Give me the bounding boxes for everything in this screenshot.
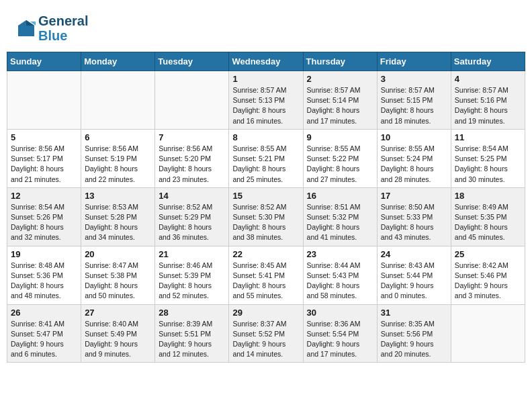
day-info: Sunrise: 8:43 AMSunset: 5:44 PMDaylight:…: [381, 261, 447, 302]
calendar-cell: 3Sunrise: 8:57 AMSunset: 5:15 PMDaylight…: [377, 71, 451, 130]
day-info: Sunrise: 8:52 AMSunset: 5:30 PMDaylight:…: [232, 202, 299, 243]
day-info: Sunrise: 8:54 AMSunset: 5:25 PMDaylight:…: [455, 144, 521, 185]
day-number: 17: [381, 191, 447, 201]
day-number: 15: [232, 191, 299, 201]
day-info: Sunrise: 8:44 AMSunset: 5:43 PMDaylight:…: [307, 261, 373, 302]
calendar-cell: 29Sunrise: 8:37 AMSunset: 5:52 PMDayligh…: [229, 304, 303, 363]
day-number: 26: [11, 308, 77, 318]
calendar-week-row: 1Sunrise: 8:57 AMSunset: 5:13 PMDaylight…: [7, 71, 525, 130]
calendar-cell: 19Sunrise: 8:48 AMSunset: 5:36 PMDayligh…: [7, 246, 81, 304]
calendar-cell: 1Sunrise: 8:57 AMSunset: 5:13 PMDaylight…: [229, 71, 303, 130]
calendar-cell: 8Sunrise: 8:55 AMSunset: 5:21 PMDaylight…: [229, 129, 303, 187]
calendar-cell: 15Sunrise: 8:52 AMSunset: 5:30 PMDayligh…: [229, 187, 303, 246]
day-info: Sunrise: 8:56 AMSunset: 5:20 PMDaylight:…: [159, 144, 225, 185]
day-info: Sunrise: 8:50 AMSunset: 5:33 PMDaylight:…: [381, 202, 447, 243]
day-info: Sunrise: 8:57 AMSunset: 5:13 PMDaylight:…: [232, 85, 299, 126]
calendar-cell: 25Sunrise: 8:42 AMSunset: 5:46 PMDayligh…: [451, 246, 525, 304]
calendar-cell: 12Sunrise: 8:54 AMSunset: 5:26 PMDayligh…: [7, 187, 81, 246]
day-info: Sunrise: 8:56 AMSunset: 5:19 PMDaylight:…: [85, 144, 151, 185]
day-info: Sunrise: 8:40 AMSunset: 5:49 PMDaylight:…: [85, 319, 151, 360]
calendar-cell: 11Sunrise: 8:54 AMSunset: 5:25 PMDayligh…: [451, 129, 525, 187]
calendar-cell: 4Sunrise: 8:57 AMSunset: 5:16 PMDaylight…: [451, 71, 525, 130]
logo-line1: General: [38, 13, 88, 28]
day-number: 20: [85, 249, 151, 259]
day-info: Sunrise: 8:52 AMSunset: 5:29 PMDaylight:…: [159, 202, 225, 243]
calendar-cell: 2Sunrise: 8:57 AMSunset: 5:14 PMDaylight…: [303, 71, 377, 130]
day-number: 7: [159, 132, 225, 142]
calendar-cell: 10Sunrise: 8:55 AMSunset: 5:24 PMDayligh…: [377, 129, 451, 187]
calendar-cell: [81, 71, 155, 130]
day-info: Sunrise: 8:53 AMSunset: 5:28 PMDaylight:…: [85, 202, 151, 243]
day-info: Sunrise: 8:56 AMSunset: 5:17 PMDaylight:…: [11, 144, 77, 185]
logo: General Blue: [17, 13, 88, 43]
calendar-table: SundayMondayTuesdayWednesdayThursdayFrid…: [7, 52, 525, 363]
calendar-cell: 26Sunrise: 8:41 AMSunset: 5:47 PMDayligh…: [7, 304, 81, 363]
day-number: 23: [307, 249, 373, 259]
logo-line2: Blue: [38, 28, 88, 43]
calendar-cell: 20Sunrise: 8:47 AMSunset: 5:38 PMDayligh…: [81, 246, 155, 304]
calendar-week-row: 19Sunrise: 8:48 AMSunset: 5:36 PMDayligh…: [7, 246, 525, 304]
day-info: Sunrise: 8:49 AMSunset: 5:35 PMDaylight:…: [455, 202, 521, 243]
calendar-header-row: SundayMondayTuesdayWednesdayThursdayFrid…: [7, 52, 525, 71]
day-number: 3: [381, 74, 447, 84]
day-number: 4: [455, 74, 521, 84]
calendar-cell: 22Sunrise: 8:45 AMSunset: 5:41 PMDayligh…: [229, 246, 303, 304]
calendar-cell: 7Sunrise: 8:56 AMSunset: 5:20 PMDaylight…: [155, 129, 229, 187]
day-number: 13: [85, 191, 151, 201]
calendar-cell: [7, 71, 81, 130]
calendar-cell: [155, 71, 229, 130]
col-header-tuesday: Tuesday: [155, 52, 229, 71]
day-info: Sunrise: 8:36 AMSunset: 5:54 PMDaylight:…: [307, 319, 373, 360]
day-number: 11: [455, 132, 521, 142]
calendar-cell: 6Sunrise: 8:56 AMSunset: 5:19 PMDaylight…: [81, 129, 155, 187]
day-number: 10: [381, 132, 447, 142]
day-number: 14: [159, 191, 225, 201]
calendar-cell: 23Sunrise: 8:44 AMSunset: 5:43 PMDayligh…: [303, 246, 377, 304]
day-number: 1: [232, 74, 299, 84]
page-header: General Blue: [7, 7, 525, 46]
day-info: Sunrise: 8:42 AMSunset: 5:46 PMDaylight:…: [455, 261, 521, 302]
day-info: Sunrise: 8:48 AMSunset: 5:36 PMDaylight:…: [11, 261, 77, 302]
day-number: 2: [307, 74, 373, 84]
calendar-cell: [451, 304, 525, 363]
day-info: Sunrise: 8:47 AMSunset: 5:38 PMDaylight:…: [85, 261, 151, 302]
day-number: 24: [381, 249, 447, 259]
calendar-week-row: 5Sunrise: 8:56 AMSunset: 5:17 PMDaylight…: [7, 129, 525, 187]
day-info: Sunrise: 8:51 AMSunset: 5:32 PMDaylight:…: [307, 202, 373, 243]
day-number: 8: [232, 132, 299, 142]
col-header-wednesday: Wednesday: [229, 52, 303, 71]
day-number: 9: [307, 132, 373, 142]
calendar-week-row: 12Sunrise: 8:54 AMSunset: 5:26 PMDayligh…: [7, 187, 525, 246]
calendar-cell: 13Sunrise: 8:53 AMSunset: 5:28 PMDayligh…: [81, 187, 155, 246]
calendar-cell: 28Sunrise: 8:39 AMSunset: 5:51 PMDayligh…: [155, 304, 229, 363]
calendar-cell: 27Sunrise: 8:40 AMSunset: 5:49 PMDayligh…: [81, 304, 155, 363]
day-number: 5: [11, 132, 77, 142]
day-number: 12: [11, 191, 77, 201]
day-number: 19: [11, 249, 77, 259]
calendar-cell: 31Sunrise: 8:35 AMSunset: 5:56 PMDayligh…: [377, 304, 451, 363]
logo-icon: [17, 19, 36, 38]
day-number: 21: [159, 249, 225, 259]
day-number: 27: [85, 308, 151, 318]
col-header-friday: Friday: [377, 52, 451, 71]
calendar-cell: 14Sunrise: 8:52 AMSunset: 5:29 PMDayligh…: [155, 187, 229, 246]
day-number: 30: [307, 308, 373, 318]
calendar-cell: 21Sunrise: 8:46 AMSunset: 5:39 PMDayligh…: [155, 246, 229, 304]
col-header-saturday: Saturday: [451, 52, 525, 71]
day-info: Sunrise: 8:57 AMSunset: 5:16 PMDaylight:…: [455, 85, 521, 126]
day-info: Sunrise: 8:45 AMSunset: 5:41 PMDaylight:…: [232, 261, 299, 302]
day-info: Sunrise: 8:39 AMSunset: 5:51 PMDaylight:…: [159, 319, 225, 360]
calendar-cell: 18Sunrise: 8:49 AMSunset: 5:35 PMDayligh…: [451, 187, 525, 246]
day-number: 16: [307, 191, 373, 201]
day-info: Sunrise: 8:54 AMSunset: 5:26 PMDaylight:…: [11, 202, 77, 243]
day-info: Sunrise: 8:35 AMSunset: 5:56 PMDaylight:…: [381, 319, 447, 360]
day-info: Sunrise: 8:41 AMSunset: 5:47 PMDaylight:…: [11, 319, 77, 360]
day-number: 28: [159, 308, 225, 318]
col-header-sunday: Sunday: [7, 52, 81, 71]
day-number: 22: [232, 249, 299, 259]
calendar-cell: 24Sunrise: 8:43 AMSunset: 5:44 PMDayligh…: [377, 246, 451, 304]
day-number: 6: [85, 132, 151, 142]
day-number: 18: [455, 191, 521, 201]
calendar-cell: 16Sunrise: 8:51 AMSunset: 5:32 PMDayligh…: [303, 187, 377, 246]
day-info: Sunrise: 8:57 AMSunset: 5:14 PMDaylight:…: [307, 85, 373, 126]
